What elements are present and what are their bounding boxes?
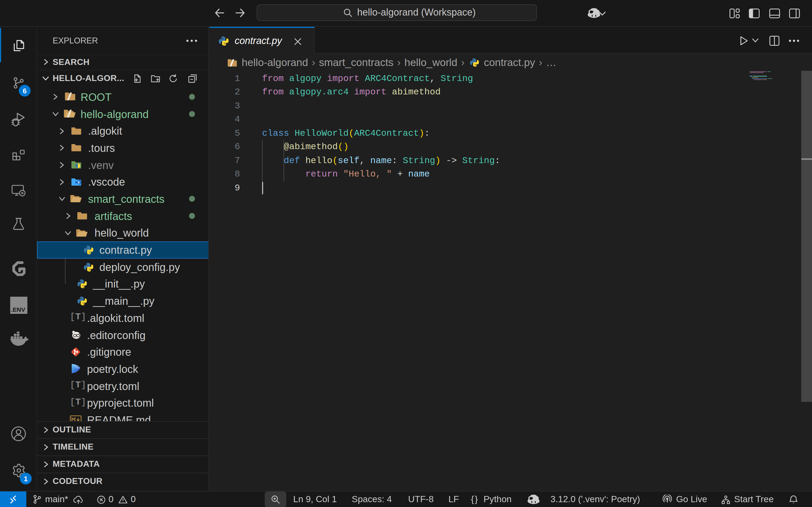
svg-text:.ENV: .ENV xyxy=(11,306,25,313)
